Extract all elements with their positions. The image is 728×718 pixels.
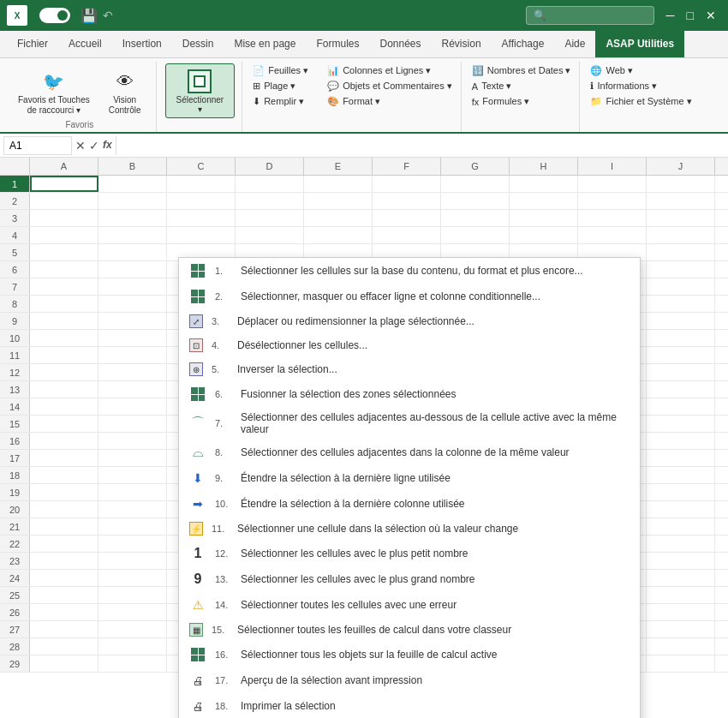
cell-j24[interactable] <box>647 570 715 586</box>
cell-b28[interactable] <box>98 638 167 655</box>
tab-mise-en-page[interactable]: Mise en page <box>224 30 306 57</box>
web-button[interactable]: 🌐 Web ▾ <box>585 63 696 78</box>
menu-item-3[interactable]: ⤢3.Déplacer ou redimensionner la plage s… <box>179 309 640 333</box>
tab-aide[interactable]: Aide <box>554 30 595 57</box>
plage-button[interactable]: ⊞ Plage ▾ <box>248 79 313 93</box>
cell-i1[interactable] <box>578 176 647 192</box>
tab-revision[interactable]: Révision <box>432 30 492 57</box>
cell-j14[interactable] <box>647 398 715 415</box>
cell-a26[interactable] <box>30 604 98 620</box>
undo-icon[interactable]: ↶ <box>103 9 113 22</box>
cell-i4[interactable] <box>578 227 647 243</box>
cell-j6[interactable] <box>647 261 715 278</box>
cell-j19[interactable] <box>647 484 715 500</box>
cell-f4[interactable] <box>373 227 441 243</box>
cell-d1[interactable] <box>236 176 304 192</box>
cell-j28[interactable] <box>647 638 715 655</box>
menu-item-8[interactable]: ⌓8.Sélectionner des cellules adjacentes … <box>179 440 640 465</box>
cell-b5[interactable] <box>98 244 167 260</box>
cell-b3[interactable] <box>98 210 167 226</box>
cell-b13[interactable] <box>98 381 167 398</box>
cell-f2[interactable] <box>373 193 441 209</box>
cell-a15[interactable] <box>30 416 98 432</box>
cell-a19[interactable] <box>30 484 98 500</box>
cell-j10[interactable] <box>647 330 715 346</box>
cell-h2[interactable] <box>510 193 578 209</box>
cell-a23[interactable] <box>30 553 98 569</box>
cell-j29[interactable] <box>647 655 715 672</box>
cell-a14[interactable] <box>30 398 98 415</box>
cell-i2[interactable] <box>578 193 647 209</box>
cell-b1[interactable] <box>98 176 167 192</box>
cell-b24[interactable] <box>98 570 167 586</box>
menu-item-4[interactable]: ⊡4.Désélectionner les cellules... <box>179 333 640 357</box>
cell-a12[interactable] <box>30 364 98 380</box>
cell-j8[interactable] <box>647 296 715 312</box>
cell-a5[interactable] <box>30 244 98 260</box>
menu-item-2[interactable]: 2.Sélectionner, masquer ou effacer ligne… <box>179 284 640 309</box>
cell-d2[interactable] <box>236 193 304 209</box>
cell-b12[interactable] <box>98 364 167 380</box>
tab-donnees[interactable]: Données <box>369 30 431 57</box>
cell-a22[interactable] <box>30 536 98 552</box>
cell-g4[interactable] <box>441 227 510 243</box>
cell-h1[interactable] <box>510 176 578 192</box>
cell-j21[interactable] <box>647 518 715 535</box>
texte-button[interactable]: A Texte ▾ <box>467 79 576 93</box>
cell-c2[interactable] <box>167 193 236 209</box>
cell-h4[interactable] <box>510 227 578 243</box>
cell-a2[interactable] <box>30 193 98 209</box>
cell-b18[interactable] <box>98 467 167 483</box>
nombres-button[interactable]: 🔢 Nombres et Dates ▾ <box>467 63 576 78</box>
informations-button[interactable]: ℹ Informations ▾ <box>585 79 696 93</box>
menu-item-17[interactable]: 🖨17.Aperçu de la sélection avant impress… <box>179 667 640 693</box>
cell-a6[interactable] <box>30 261 98 278</box>
save-icon[interactable]: 💾 <box>81 8 98 24</box>
cell-b14[interactable] <box>98 398 167 415</box>
cell-b21[interactable] <box>98 518 167 535</box>
formula-input[interactable] <box>116 136 725 155</box>
cell-a1[interactable] <box>30 176 98 192</box>
cell-a28[interactable] <box>30 638 98 655</box>
menu-item-11[interactable]: ⚡11.Sélectionner une cellule dans la sél… <box>179 517 640 541</box>
cell-a8[interactable] <box>30 296 98 312</box>
favoris-button[interactable]: 🐦 Favoris et Touchesde raccourci ▾ <box>10 63 98 120</box>
cell-a11[interactable] <box>30 347 98 363</box>
feuilles-button[interactable]: 📄 Feuilles ▾ <box>248 63 313 78</box>
cell-a21[interactable] <box>30 518 98 535</box>
cell-a20[interactable] <box>30 501 98 518</box>
tab-accueil[interactable]: Accueil <box>58 30 112 57</box>
cell-e4[interactable] <box>304 227 373 243</box>
menu-item-14[interactable]: ⚠14.Sélectionner toutes les cellules ave… <box>179 592 640 618</box>
cell-d4[interactable] <box>236 227 304 243</box>
cell-h3[interactable] <box>510 210 578 226</box>
cell-a13[interactable] <box>30 381 98 398</box>
cell-j17[interactable] <box>647 450 715 466</box>
menu-item-13[interactable]: 913.Sélectionner les cellules avec le pl… <box>179 566 640 592</box>
cell-j4[interactable] <box>647 227 715 243</box>
cell-j23[interactable] <box>647 553 715 569</box>
cell-e3[interactable] <box>304 210 373 226</box>
selectionner-dropdown[interactable]: 1.Sélectionner les cellules sur la base … <box>178 257 641 718</box>
cell-b7[interactable] <box>98 278 167 295</box>
selectionner-button[interactable]: Sélectionner▾ <box>165 63 236 118</box>
cell-j11[interactable] <box>647 347 715 363</box>
cell-j12[interactable] <box>647 364 715 380</box>
autosave-switch[interactable] <box>39 8 70 23</box>
cell-j25[interactable] <box>647 587 715 603</box>
cell-a27[interactable] <box>30 621 98 637</box>
cell-f1[interactable] <box>373 176 441 192</box>
cell-a29[interactable] <box>30 655 98 672</box>
confirm-formula-icon[interactable]: ✓ <box>89 139 99 153</box>
cell-j27[interactable] <box>647 621 715 637</box>
cell-a24[interactable] <box>30 570 98 586</box>
menu-item-15[interactable]: ▦15.Sélectionner toutes les feuilles de … <box>179 618 640 642</box>
cell-b4[interactable] <box>98 227 167 243</box>
cell-j20[interactable] <box>647 501 715 518</box>
autosave-toggle[interactable] <box>34 8 70 23</box>
cell-g2[interactable] <box>441 193 510 209</box>
maximize-button[interactable]: □ <box>682 7 699 24</box>
cell-b8[interactable] <box>98 296 167 312</box>
menu-item-1[interactable]: 1.Sélectionner les cellules sur la base … <box>179 258 640 284</box>
cell-a3[interactable] <box>30 210 98 226</box>
